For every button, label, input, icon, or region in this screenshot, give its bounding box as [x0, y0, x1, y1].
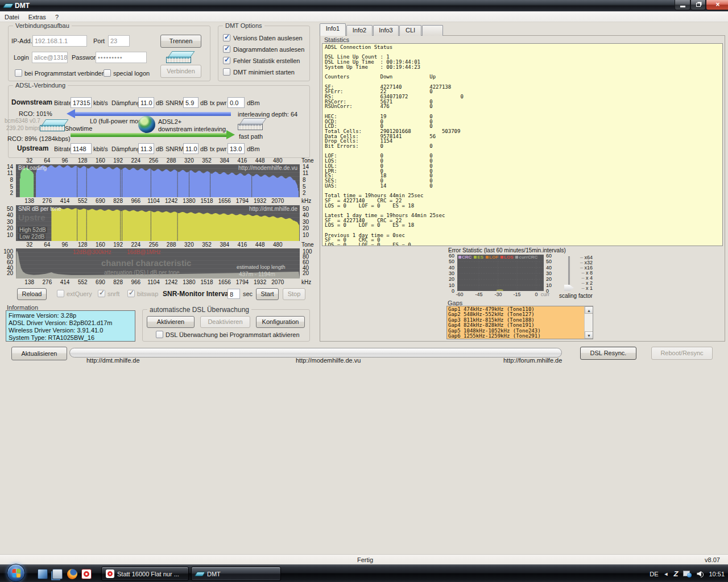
start-button[interactable]: Start: [256, 288, 279, 300]
legend-swatch-icon: [486, 256, 489, 259]
snrft-checkbox[interactable]: [98, 290, 105, 297]
firefox-icon[interactable]: [67, 569, 77, 579]
y-tick: 40: [303, 212, 317, 218]
window-title: DMT: [15, 2, 30, 10]
window-switcher-icon[interactable]: [52, 569, 63, 579]
ds-bitrate-label: Bitrate: [54, 99, 72, 106]
special-logon-checkbox[interactable]: [104, 69, 111, 77]
ds-bitrate-field[interactable]: 17315: [71, 97, 92, 108]
information-box: Firmware Version: 3.28pADSL Driver Versi…: [6, 310, 135, 342]
network-icon[interactable]: [683, 570, 692, 577]
gaps-scrollbar[interactable]: ▲ ▼: [584, 306, 593, 339]
link-dmt-mhilfe[interactable]: http://dmt.mhilfe.de: [86, 357, 140, 364]
login-field[interactable]: alice@13184: [32, 52, 68, 63]
us-snrm-field[interactable]: 11.0: [183, 143, 198, 154]
x-tick: 1656: [218, 279, 231, 285]
link-modemhilfe[interactable]: http://modemhilfe.de.vu: [296, 357, 361, 364]
link-forum-mhilfe[interactable]: http://forum.mhilfe.de: [503, 357, 562, 364]
y-tick: 40: [0, 212, 13, 218]
minimize-button[interactable]: [675, 0, 690, 10]
y-tick: 100: [303, 248, 317, 255]
gap-item[interactable]: Gap6 1255kHz-1259kHz (Tone291): [448, 334, 584, 339]
x-tick: 1518: [200, 198, 213, 204]
interleaving-depth: interleaving depth: 64: [238, 111, 297, 118]
autostart-checkbox[interactable]: [15, 69, 22, 77]
y-tick: 20: [546, 276, 560, 282]
close-button[interactable]: ×: [706, 0, 728, 10]
tab-info2[interactable]: Info2: [346, 25, 373, 36]
reload-button[interactable]: Reload: [17, 288, 47, 300]
checkbox-icon: [223, 68, 230, 76]
taskbar-button-statt-16000-flat-nur[interactable]: Statt 16000 Flat nur ...: [101, 567, 189, 581]
chevron-left-icon[interactable]: ◄: [664, 571, 669, 577]
deaktivieren-button[interactable]: Deaktivieren: [200, 316, 250, 328]
gaps-listbox[interactable]: Gap1 474kHz-479kHz (Tone110)Gap2 548kHz-…: [446, 306, 593, 339]
x-tick: 448: [255, 157, 265, 164]
interval-field[interactable]: 8: [228, 289, 240, 299]
y-tick: 5: [303, 184, 317, 190]
dmt-option-row[interactable]: Versions Daten auslesen: [223, 33, 308, 44]
start-button[interactable]: [7, 564, 25, 582]
tab-info1[interactable]: Info1: [320, 23, 346, 36]
checkbox-icon: [223, 34, 230, 41]
stop-button[interactable]: Stop: [283, 288, 305, 300]
information-line: ADSL Driver Version: B2pB021.d17m: [9, 319, 133, 327]
bitloading-top-axis: 3264961281601922242562883203523844164484…: [16, 157, 300, 164]
us-att-field[interactable]: 11.3: [138, 143, 154, 154]
ip-field[interactable]: 192.168.1.1: [32, 35, 87, 47]
dsl-watch-checkbox[interactable]: [156, 331, 163, 338]
tab-info3[interactable]: Info3: [373, 25, 399, 36]
us-txpwr-field[interactable]: 13.0: [228, 143, 245, 154]
reboot-resync-button[interactable]: Reboot/Resync: [651, 347, 713, 360]
channel-sub-watermark: attenuation (DS) | dB per tone: [104, 269, 180, 276]
menu-item-extras[interactable]: Extras: [24, 13, 51, 22]
y-tick: 60: [0, 259, 13, 265]
legend-swatch-icon: [515, 256, 518, 259]
zonealarm-icon[interactable]: Z: [674, 569, 679, 578]
y-tick: 80: [303, 253, 317, 260]
us-bitrate-field[interactable]: 1148: [71, 143, 92, 154]
taskbar-button-dmt[interactable]: DMT: [191, 567, 281, 581]
x-tick: 1104: [147, 198, 160, 204]
scroll-down-icon[interactable]: ▼: [585, 331, 593, 339]
y-tick: 40: [441, 265, 454, 271]
dsl-resync-button[interactable]: DSL Resync.: [580, 347, 636, 360]
snr-chart: SNR dB per tone http://dmt.mhilfe.de Ups…: [16, 205, 300, 241]
y-tick: 2: [303, 190, 317, 196]
ip-label: IP-Add.: [11, 38, 32, 44]
port-field[interactable]: 23: [108, 35, 130, 47]
ds-snrm-field[interactable]: 5.9: [183, 97, 198, 108]
connect-button[interactable]: Verbinden: [160, 65, 201, 78]
dmt-option-row[interactable]: Fehler Statistik erstellen: [223, 56, 308, 67]
menu-item-datei[interactable]: Datei: [0, 13, 24, 22]
bmips-label: 239.20 bmips: [6, 125, 40, 131]
language-indicator[interactable]: DE: [650, 571, 658, 577]
y-tick: 80: [0, 253, 13, 260]
x-axis-unit: Tone: [301, 242, 314, 248]
dmt-option-row[interactable]: DMT minimiert starten: [223, 67, 308, 78]
restore-button[interactable]: [690, 0, 706, 10]
ds-txpwr-field[interactable]: 0.0: [228, 97, 245, 108]
legend-label: LOS: [504, 255, 513, 260]
opera-icon[interactable]: [81, 569, 92, 579]
disconnect-button[interactable]: Trennen: [160, 35, 201, 48]
error-yaxis-right: 0102030405060: [544, 255, 558, 291]
bitswap-checkbox[interactable]: [127, 290, 135, 297]
konfiguration-button[interactable]: Konfiguration: [256, 316, 305, 328]
tab-cli[interactable]: CLI: [399, 25, 421, 36]
ds-att-field[interactable]: 11.0: [138, 97, 154, 108]
extquery-checkbox[interactable]: [57, 290, 64, 297]
upstream-label: Upstream: [17, 144, 48, 152]
aktualisieren-button[interactable]: Aktualisieren: [11, 347, 67, 360]
dmt-option-row[interactable]: Diagrammdaten auslesen: [223, 44, 308, 56]
menu-item-[interactable]: ?: [51, 13, 63, 22]
x-tick: 128: [78, 242, 88, 248]
show-desktop-icon[interactable]: [38, 569, 48, 579]
ds-att-label: Dämpfung: [111, 99, 140, 106]
scroll-up-icon[interactable]: ▲: [585, 306, 593, 314]
clock[interactable]: 10:51: [709, 571, 725, 577]
channel-chart: 12dB@300kHz 16dB@1MHz channel characteri…: [16, 248, 300, 278]
volume-icon[interactable]: [697, 571, 704, 577]
password-field[interactable]: •••••••••: [96, 52, 147, 63]
aktivieren-button[interactable]: Aktivieren: [147, 316, 195, 328]
